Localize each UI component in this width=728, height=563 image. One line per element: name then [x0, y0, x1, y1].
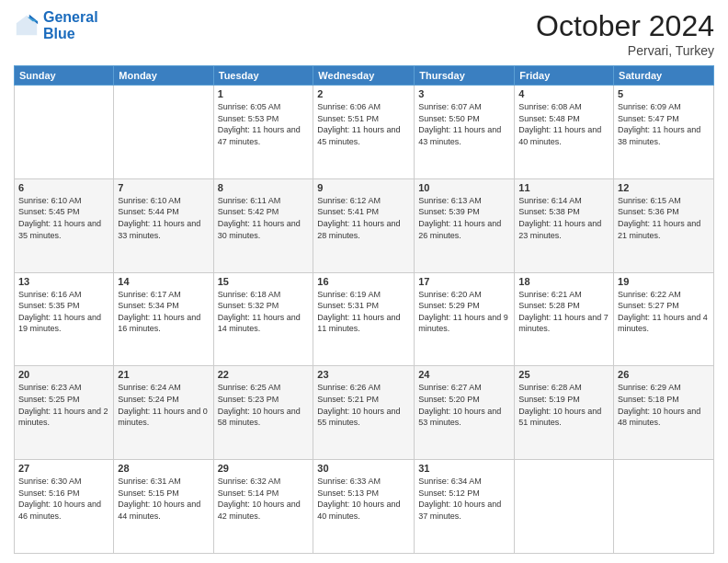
- daylight-text: Daylight: 11 hours and 9 minutes.: [418, 313, 508, 334]
- day-number: 5: [618, 88, 710, 99]
- sunrise-text: Sunrise: 6:09 AM: [618, 102, 681, 111]
- sunrise-text: Sunrise: 6:28 AM: [518, 383, 582, 392]
- logo: General Blue: [14, 9, 98, 41]
- day-info: Sunrise: 6:10 AM Sunset: 5:44 PM Dayligh…: [118, 195, 209, 241]
- calendar-header: Sunday Monday Tuesday Wednesday Thursday…: [15, 66, 714, 86]
- daylight-text: Daylight: 11 hours and 30 minutes.: [218, 219, 301, 240]
- daylight-text: Daylight: 11 hours and 45 minutes.: [317, 125, 400, 146]
- day-number: 19: [618, 276, 710, 287]
- sunrise-text: Sunrise: 6:16 AM: [18, 290, 82, 299]
- sunrise-text: Sunrise: 6:22 AM: [618, 290, 681, 299]
- calendar-cell: 6 Sunrise: 6:10 AM Sunset: 5:45 PM Dayli…: [15, 178, 114, 272]
- daylight-text: Daylight: 10 hours and 40 minutes.: [317, 500, 400, 521]
- day-number: 23: [317, 369, 410, 380]
- sunset-text: Sunset: 5:13 PM: [317, 488, 379, 498]
- day-info: Sunrise: 6:09 AM Sunset: 5:47 PM Dayligh…: [618, 101, 710, 147]
- sunrise-text: Sunrise: 6:18 AM: [218, 290, 281, 299]
- day-number: 2: [317, 88, 410, 99]
- daylight-text: Daylight: 11 hours and 40 minutes.: [518, 125, 601, 146]
- daylight-text: Daylight: 11 hours and 7 minutes.: [518, 313, 609, 334]
- day-number: 4: [518, 88, 609, 99]
- day-number: 14: [118, 276, 209, 287]
- header-wednesday: Wednesday: [313, 66, 415, 86]
- calendar-cell: 15 Sunrise: 6:18 AM Sunset: 5:32 PM Dayl…: [213, 272, 313, 366]
- sunrise-text: Sunrise: 6:30 AM: [18, 477, 82, 486]
- day-number: 3: [418, 88, 510, 99]
- day-number: 16: [317, 276, 410, 287]
- day-number: 15: [218, 276, 310, 287]
- sunset-text: Sunset: 5:53 PM: [218, 114, 279, 123]
- day-info: Sunrise: 6:24 AM Sunset: 5:24 PM Dayligh…: [118, 382, 209, 428]
- day-number: 9: [317, 182, 410, 193]
- sunset-text: Sunset: 5:42 PM: [218, 207, 279, 216]
- calendar-cell: 16 Sunrise: 6:19 AM Sunset: 5:31 PM Dayl…: [313, 272, 415, 366]
- day-number: 22: [218, 369, 310, 380]
- daylight-text: Daylight: 10 hours and 58 minutes.: [218, 407, 301, 428]
- title-block: October 2024 Pervari, Turkey: [536, 9, 714, 58]
- daylight-text: Daylight: 10 hours and 55 minutes.: [317, 407, 400, 428]
- sunset-text: Sunset: 5:44 PM: [118, 207, 179, 216]
- daylight-text: Daylight: 11 hours and 23 minutes.: [518, 219, 601, 240]
- sunrise-text: Sunrise: 6:10 AM: [18, 196, 82, 205]
- header-monday: Monday: [114, 66, 213, 86]
- sunset-text: Sunset: 5:14 PM: [218, 488, 279, 498]
- sunset-text: Sunset: 5:34 PM: [118, 301, 179, 310]
- sunset-text: Sunset: 5:25 PM: [18, 395, 80, 404]
- daylight-text: Daylight: 11 hours and 43 minutes.: [418, 125, 501, 146]
- calendar-cell: 24 Sunrise: 6:27 AM Sunset: 5:20 PM Dayl…: [415, 366, 515, 460]
- weekday-row: Sunday Monday Tuesday Wednesday Thursday…: [15, 66, 714, 86]
- day-info: Sunrise: 6:26 AM Sunset: 5:21 PM Dayligh…: [317, 382, 410, 428]
- sunset-text: Sunset: 5:28 PM: [518, 301, 580, 310]
- day-number: 31: [418, 463, 510, 474]
- sunrise-text: Sunrise: 6:20 AM: [418, 290, 482, 299]
- day-info: Sunrise: 6:22 AM Sunset: 5:27 PM Dayligh…: [618, 289, 710, 335]
- daylight-text: Daylight: 11 hours and 19 minutes.: [18, 313, 101, 334]
- sunset-text: Sunset: 5:20 PM: [418, 395, 480, 404]
- calendar-cell: 25 Sunrise: 6:28 AM Sunset: 5:19 PM Dayl…: [515, 366, 614, 460]
- day-info: Sunrise: 6:13 AM Sunset: 5:39 PM Dayligh…: [418, 195, 510, 241]
- daylight-text: Daylight: 11 hours and 47 minutes.: [218, 125, 301, 146]
- calendar-cell: 23 Sunrise: 6:26 AM Sunset: 5:21 PM Dayl…: [313, 366, 415, 460]
- calendar-cell: [114, 86, 213, 179]
- calendar-cell: 17 Sunrise: 6:20 AM Sunset: 5:29 PM Dayl…: [415, 272, 515, 366]
- header-tuesday: Tuesday: [213, 66, 313, 86]
- calendar-week-3: 13 Sunrise: 6:16 AM Sunset: 5:35 PM Dayl…: [15, 272, 714, 366]
- sunset-text: Sunset: 5:32 PM: [218, 301, 279, 310]
- sunrise-text: Sunrise: 6:26 AM: [317, 383, 381, 392]
- location: Pervari, Turkey: [536, 43, 714, 58]
- day-number: 12: [618, 182, 710, 193]
- sunset-text: Sunset: 5:19 PM: [518, 395, 580, 404]
- sunrise-text: Sunrise: 6:33 AM: [317, 477, 381, 486]
- calendar-cell: 29 Sunrise: 6:32 AM Sunset: 5:14 PM Dayl…: [213, 460, 313, 554]
- day-number: 28: [118, 463, 209, 474]
- page: General Blue October 2024 Pervari, Turke…: [0, 0, 728, 563]
- day-info: Sunrise: 6:28 AM Sunset: 5:19 PM Dayligh…: [518, 382, 609, 428]
- day-info: Sunrise: 6:10 AM Sunset: 5:45 PM Dayligh…: [18, 195, 109, 241]
- sunrise-text: Sunrise: 6:12 AM: [317, 196, 381, 205]
- sunset-text: Sunset: 5:39 PM: [418, 207, 480, 216]
- calendar-cell: 13 Sunrise: 6:16 AM Sunset: 5:35 PM Dayl…: [15, 272, 114, 366]
- sunrise-text: Sunrise: 6:13 AM: [418, 196, 482, 205]
- calendar-cell: 3 Sunrise: 6:07 AM Sunset: 5:50 PM Dayli…: [415, 86, 515, 179]
- sunset-text: Sunset: 5:35 PM: [18, 301, 80, 310]
- sunset-text: Sunset: 5:50 PM: [418, 114, 480, 123]
- daylight-text: Daylight: 11 hours and 26 minutes.: [418, 219, 501, 240]
- day-info: Sunrise: 6:07 AM Sunset: 5:50 PM Dayligh…: [418, 101, 510, 147]
- sunset-text: Sunset: 5:45 PM: [18, 207, 80, 216]
- day-info: Sunrise: 6:18 AM Sunset: 5:32 PM Dayligh…: [218, 289, 310, 335]
- sunrise-text: Sunrise: 6:05 AM: [218, 102, 281, 111]
- header-friday: Friday: [515, 66, 614, 86]
- day-number: 7: [118, 182, 209, 193]
- sunrise-text: Sunrise: 6:11 AM: [218, 196, 281, 205]
- daylight-text: Daylight: 11 hours and 4 minutes.: [618, 313, 708, 334]
- sunrise-text: Sunrise: 6:15 AM: [618, 196, 681, 205]
- calendar-table: Sunday Monday Tuesday Wednesday Thursday…: [14, 65, 714, 554]
- daylight-text: Daylight: 10 hours and 37 minutes.: [418, 500, 501, 521]
- sunrise-text: Sunrise: 6:14 AM: [518, 196, 582, 205]
- daylight-text: Daylight: 11 hours and 0 minutes.: [118, 407, 208, 428]
- calendar-cell: 30 Sunrise: 6:33 AM Sunset: 5:13 PM Dayl…: [313, 460, 415, 554]
- day-info: Sunrise: 6:19 AM Sunset: 5:31 PM Dayligh…: [317, 289, 410, 335]
- sunrise-text: Sunrise: 6:19 AM: [317, 290, 381, 299]
- calendar-cell: 27 Sunrise: 6:30 AM Sunset: 5:16 PM Dayl…: [15, 460, 114, 554]
- day-info: Sunrise: 6:16 AM Sunset: 5:35 PM Dayligh…: [18, 289, 109, 335]
